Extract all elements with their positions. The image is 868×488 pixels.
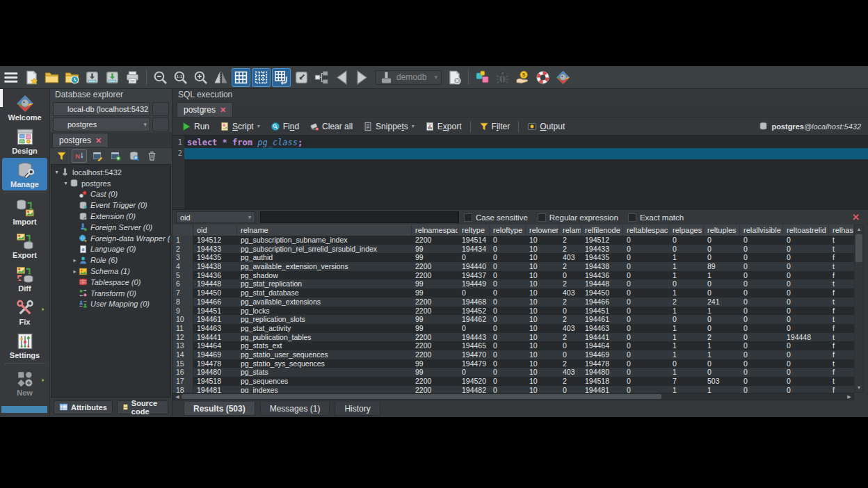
table-cell[interactable]: 403 <box>559 288 581 298</box>
table-cell[interactable]: 99 <box>412 245 458 254</box>
table-cell[interactable]: 0 <box>740 359 783 368</box>
table-cell[interactable]: 2200 <box>412 271 458 280</box>
hierarchy-button[interactable] <box>312 68 331 87</box>
table-cell[interactable]: 10 <box>526 350 559 359</box>
tree-item[interactable]: ▸Schema (1) <box>51 266 170 277</box>
table-cell[interactable]: 0 <box>490 350 526 359</box>
table-cell[interactable]: 0 <box>490 236 526 245</box>
table-cell[interactable]: 0 <box>623 298 669 307</box>
table-cell[interactable]: pg_statio_sys_sequences <box>237 359 412 368</box>
table-cell[interactable]: pg_locks <box>237 307 412 316</box>
recent-files-button[interactable] <box>63 68 81 87</box>
tree-expand-icon[interactable]: ▾ <box>63 180 69 186</box>
chevron-down-icon[interactable]: ▾ <box>412 123 415 129</box>
script-button[interactable]: Script▾ <box>215 119 265 133</box>
table-cell[interactable]: 0 <box>559 341 581 350</box>
new-tab-button[interactable] <box>850 102 865 115</box>
table-cell[interactable]: 194450 <box>581 288 623 298</box>
sidebar-item-export[interactable]: Export <box>2 229 47 261</box>
close-icon[interactable]: ✕ <box>95 136 102 145</box>
new-file-button[interactable] <box>22 68 41 87</box>
row-number[interactable]: 15 <box>172 359 193 368</box>
table-cell[interactable]: 2 <box>669 298 704 307</box>
table-cell[interactable]: 0 <box>559 307 581 316</box>
table-row[interactable]: 17194518pg_sequences22001945200102194518… <box>172 377 854 386</box>
column-header-relam[interactable]: relam <box>559 225 581 236</box>
table-cell[interactable]: 194469 <box>581 350 623 359</box>
zoom-actual-button[interactable]: 1:1 <box>171 68 190 87</box>
table-cell[interactable]: 2 <box>559 245 581 254</box>
row-number-header[interactable] <box>172 225 193 236</box>
table-cell[interactable]: 0 <box>704 245 740 254</box>
table-cell[interactable]: 194520 <box>458 377 490 386</box>
table-cell[interactable]: 2 <box>704 333 740 342</box>
sidebar-item-new[interactable]: New <box>2 366 47 399</box>
table-row[interactable]: 5194436pg_shadow220019443701001944360110… <box>172 271 854 280</box>
checkbox-icon[interactable] <box>628 213 636 222</box>
table-cell[interactable]: 0 <box>740 253 783 262</box>
table-cell[interactable]: 99 <box>412 324 458 333</box>
table-cell[interactable]: 0 <box>740 245 783 254</box>
table-cell[interactable]: 0 <box>458 368 490 377</box>
table-cell[interactable]: 0 <box>783 315 829 324</box>
table-cell[interactable]: 0 <box>740 377 783 386</box>
table-cell[interactable]: 0 <box>783 359 829 368</box>
table-cell[interactable]: 194478 <box>193 359 237 368</box>
table-cell[interactable]: 0 <box>740 324 783 333</box>
table-cell[interactable]: t <box>829 377 854 386</box>
table-row[interactable]: 7194450pg_stat_database99001040319445001… <box>172 288 854 298</box>
table-row[interactable]: 16194480pg_stats99001040319448001000f <box>172 368 854 377</box>
table-cell[interactable]: f <box>829 324 854 333</box>
table-cell[interactable]: 194441 <box>193 333 237 342</box>
table-cell[interactable]: pg_stat_replication <box>237 279 412 288</box>
table-cell[interactable]: 10 <box>526 236 559 245</box>
column-header-relowner[interactable]: relowner <box>526 225 559 236</box>
table-cell[interactable]: 403 <box>559 324 581 333</box>
table-cell[interactable]: 10 <box>526 368 559 377</box>
checkbox-case-sensitive[interactable]: Case sensitive <box>464 213 528 222</box>
table-cell[interactable]: 194452 <box>458 307 490 316</box>
table-cell[interactable]: f <box>829 288 854 298</box>
tree-expand-icon[interactable]: ▾ <box>54 169 60 175</box>
table-cell[interactable]: f <box>829 368 854 377</box>
table-cell[interactable]: 0 <box>669 359 704 368</box>
table-cell[interactable]: 99 <box>412 359 458 368</box>
table-row[interactable]: 4194438pg_available_extension_versions22… <box>172 262 854 271</box>
explorer-tab-postgres[interactable]: postgres ✕ <box>52 133 108 147</box>
table-cell[interactable]: 0 <box>783 271 829 280</box>
table-cell[interactable]: 194462 <box>458 315 490 324</box>
table-cell[interactable]: 10 <box>526 253 559 262</box>
table-cell[interactable]: 10 <box>526 279 559 288</box>
table-cell[interactable]: 194461 <box>581 315 623 324</box>
table-cell[interactable]: 0 <box>740 307 783 316</box>
table-cell[interactable]: 1 <box>704 350 740 359</box>
tree-item[interactable]: Tablespace (0) <box>51 277 170 288</box>
table-cell[interactable]: 0 <box>490 307 526 316</box>
table-cell[interactable]: 403 <box>559 368 581 377</box>
browse-online-button[interactable] <box>152 117 169 131</box>
table-cell[interactable]: 0 <box>623 368 669 377</box>
table-cell[interactable]: 194479 <box>458 359 490 368</box>
table-cell[interactable]: 0 <box>783 298 829 307</box>
table-cell[interactable]: 0 <box>783 350 829 359</box>
table-cell[interactable]: 10 <box>526 377 559 386</box>
table-cell[interactable]: 0 <box>623 271 669 280</box>
table-cell[interactable]: 2200 <box>412 298 458 307</box>
code-line[interactable]: select * from pg_class; <box>184 137 868 148</box>
column-header-relallvisible[interactable]: relallvisible <box>740 225 783 236</box>
checkbox-exact-match[interactable]: Exact match <box>628 213 684 222</box>
column-header-reltuples[interactable]: reltuples <box>704 225 740 236</box>
funnel-button[interactable] <box>54 149 69 163</box>
table-cell[interactable]: 0 <box>559 271 581 280</box>
row-number[interactable]: 9 <box>172 307 193 316</box>
table-cell[interactable]: 0 <box>490 279 526 288</box>
table-cell[interactable]: 0 <box>783 368 829 377</box>
close-file-button[interactable] <box>445 68 464 87</box>
table-cell[interactable]: t <box>829 279 854 288</box>
table-cell[interactable]: 194448 <box>783 333 829 342</box>
table-cell[interactable]: 403 <box>559 253 581 262</box>
table-cell[interactable]: 0 <box>740 315 783 324</box>
output-button[interactable]: Output <box>522 119 570 133</box>
row-number[interactable]: 16 <box>172 368 193 377</box>
table-cell[interactable]: 194461 <box>193 315 237 324</box>
